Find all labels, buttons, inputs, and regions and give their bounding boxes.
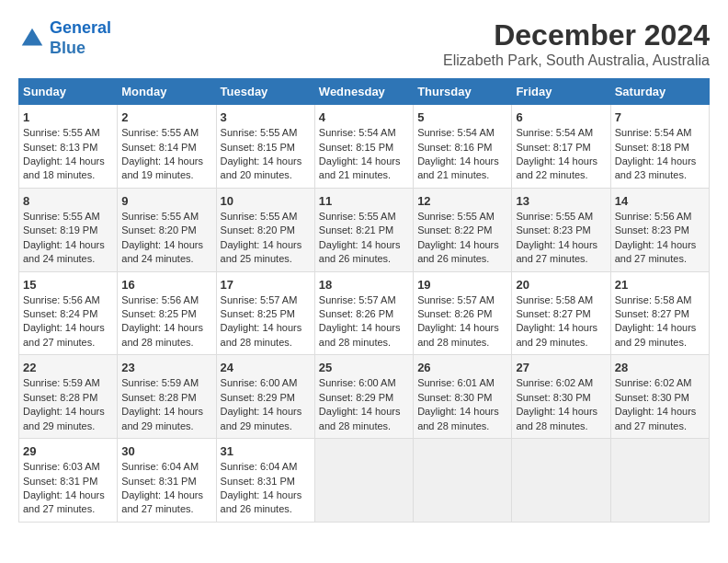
cell-content: Sunrise: 5:54 AM Sunset: 8:15 PM Dayligh… bbox=[319, 126, 409, 183]
calendar-cell: 2Sunrise: 5:55 AM Sunset: 8:14 PM Daylig… bbox=[118, 105, 216, 189]
cell-content: Sunrise: 5:55 AM Sunset: 8:19 PM Dayligh… bbox=[23, 210, 113, 267]
calendar-cell: 9Sunrise: 5:55 AM Sunset: 8:20 PM Daylig… bbox=[118, 188, 216, 271]
day-number: 4 bbox=[319, 109, 409, 126]
cell-content: Sunrise: 5:55 AM Sunset: 8:14 PM Dayligh… bbox=[121, 126, 211, 183]
logo: General Blue bbox=[18, 18, 111, 58]
calendar-cell bbox=[414, 439, 512, 523]
calendar-cell: 22Sunrise: 5:59 AM Sunset: 8:28 PM Dayli… bbox=[19, 355, 118, 439]
day-number: 12 bbox=[417, 193, 507, 210]
day-number: 14 bbox=[615, 193, 705, 210]
logo-text: General Blue bbox=[50, 18, 111, 58]
day-number: 22 bbox=[23, 360, 113, 376]
day-number: 19 bbox=[417, 277, 507, 293]
cell-content: Sunrise: 5:54 AM Sunset: 8:18 PM Dayligh… bbox=[615, 126, 705, 183]
calendar-cell: 10Sunrise: 5:55 AM Sunset: 8:20 PM Dayli… bbox=[216, 188, 314, 271]
day-number: 24 bbox=[221, 360, 311, 376]
calendar-cell bbox=[610, 439, 709, 523]
calendar-cell: 11Sunrise: 5:55 AM Sunset: 8:21 PM Dayli… bbox=[314, 188, 413, 271]
calendar-row: 22Sunrise: 5:59 AM Sunset: 8:28 PM Dayli… bbox=[19, 355, 710, 439]
calendar-cell: 13Sunrise: 5:55 AM Sunset: 8:23 PM Dayli… bbox=[512, 188, 610, 271]
cell-content: Sunrise: 5:55 AM Sunset: 8:22 PM Dayligh… bbox=[417, 210, 507, 267]
col-header-monday: Monday bbox=[118, 79, 216, 105]
calendar-cell: 26Sunrise: 6:01 AM Sunset: 8:30 PM Dayli… bbox=[414, 355, 512, 439]
col-header-saturday: Saturday bbox=[610, 79, 709, 105]
day-number: 20 bbox=[516, 277, 606, 293]
day-number: 11 bbox=[319, 193, 409, 210]
day-number: 17 bbox=[221, 277, 311, 293]
calendar-cell: 15Sunrise: 5:56 AM Sunset: 8:24 PM Dayli… bbox=[19, 271, 118, 355]
day-number: 27 bbox=[516, 360, 606, 376]
calendar-cell: 31Sunrise: 6:04 AM Sunset: 8:31 PM Dayli… bbox=[216, 439, 314, 523]
calendar-cell: 20Sunrise: 5:58 AM Sunset: 8:27 PM Dayli… bbox=[512, 271, 610, 355]
calendar-cell: 18Sunrise: 5:57 AM Sunset: 8:26 PM Dayli… bbox=[314, 271, 413, 355]
day-number: 2 bbox=[121, 109, 211, 126]
cell-content: Sunrise: 5:58 AM Sunset: 8:27 PM Dayligh… bbox=[615, 293, 705, 350]
col-header-sunday: Sunday bbox=[19, 79, 118, 105]
col-header-wednesday: Wednesday bbox=[314, 79, 413, 105]
calendar-cell: 8Sunrise: 5:55 AM Sunset: 8:19 PM Daylig… bbox=[19, 188, 118, 271]
cell-content: Sunrise: 5:55 AM Sunset: 8:23 PM Dayligh… bbox=[516, 210, 606, 267]
day-number: 23 bbox=[121, 360, 211, 376]
calendar-cell: 25Sunrise: 6:00 AM Sunset: 8:29 PM Dayli… bbox=[314, 355, 413, 439]
calendar-cell: 3Sunrise: 5:55 AM Sunset: 8:15 PM Daylig… bbox=[216, 105, 314, 189]
cell-content: Sunrise: 5:55 AM Sunset: 8:15 PM Dayligh… bbox=[221, 126, 311, 183]
cell-content: Sunrise: 6:04 AM Sunset: 8:31 PM Dayligh… bbox=[121, 460, 211, 517]
cell-content: Sunrise: 5:59 AM Sunset: 8:28 PM Dayligh… bbox=[23, 376, 113, 433]
cell-content: Sunrise: 6:02 AM Sunset: 8:30 PM Dayligh… bbox=[615, 376, 705, 433]
day-number: 28 bbox=[615, 360, 705, 376]
calendar-cell: 6Sunrise: 5:54 AM Sunset: 8:17 PM Daylig… bbox=[512, 105, 610, 189]
calendar-cell: 29Sunrise: 6:03 AM Sunset: 8:31 PM Dayli… bbox=[19, 439, 118, 523]
cell-content: Sunrise: 5:55 AM Sunset: 8:20 PM Dayligh… bbox=[221, 210, 311, 267]
calendar-cell: 4Sunrise: 5:54 AM Sunset: 8:15 PM Daylig… bbox=[314, 105, 413, 189]
calendar-cell: 24Sunrise: 6:00 AM Sunset: 8:29 PM Dayli… bbox=[216, 355, 314, 439]
calendar-row: 29Sunrise: 6:03 AM Sunset: 8:31 PM Dayli… bbox=[19, 439, 710, 523]
cell-content: Sunrise: 6:00 AM Sunset: 8:29 PM Dayligh… bbox=[319, 376, 409, 433]
col-header-thursday: Thursday bbox=[414, 79, 512, 105]
day-number: 7 bbox=[615, 109, 705, 126]
logo-line1: General bbox=[50, 18, 111, 37]
day-number: 29 bbox=[23, 443, 113, 460]
day-number: 25 bbox=[319, 360, 409, 376]
logo-icon bbox=[18, 25, 46, 52]
calendar-cell: 14Sunrise: 5:56 AM Sunset: 8:23 PM Dayli… bbox=[610, 188, 709, 271]
calendar-table: SundayMondayTuesdayWednesdayThursdayFrid… bbox=[18, 78, 710, 523]
col-header-tuesday: Tuesday bbox=[216, 79, 314, 105]
day-number: 8 bbox=[23, 193, 113, 210]
cell-content: Sunrise: 5:57 AM Sunset: 8:26 PM Dayligh… bbox=[417, 293, 507, 350]
day-number: 9 bbox=[121, 193, 211, 210]
cell-content: Sunrise: 5:55 AM Sunset: 8:13 PM Dayligh… bbox=[23, 126, 113, 183]
cell-content: Sunrise: 6:04 AM Sunset: 8:31 PM Dayligh… bbox=[221, 460, 311, 517]
calendar-cell: 23Sunrise: 5:59 AM Sunset: 8:28 PM Dayli… bbox=[118, 355, 216, 439]
col-header-friday: Friday bbox=[512, 79, 610, 105]
cell-content: Sunrise: 5:58 AM Sunset: 8:27 PM Dayligh… bbox=[516, 293, 606, 350]
calendar-cell: 21Sunrise: 5:58 AM Sunset: 8:27 PM Dayli… bbox=[610, 271, 709, 355]
cell-content: Sunrise: 6:00 AM Sunset: 8:29 PM Dayligh… bbox=[221, 376, 311, 433]
calendar-cell: 5Sunrise: 5:54 AM Sunset: 8:16 PM Daylig… bbox=[414, 105, 512, 189]
day-number: 18 bbox=[319, 277, 409, 293]
day-number: 16 bbox=[121, 277, 211, 293]
calendar-row: 8Sunrise: 5:55 AM Sunset: 8:19 PM Daylig… bbox=[19, 188, 710, 271]
calendar-cell: 12Sunrise: 5:55 AM Sunset: 8:22 PM Dayli… bbox=[414, 188, 512, 271]
cell-content: Sunrise: 5:57 AM Sunset: 8:26 PM Dayligh… bbox=[319, 293, 409, 350]
day-number: 21 bbox=[615, 277, 705, 293]
svg-marker-0 bbox=[22, 28, 43, 45]
cell-content: Sunrise: 5:59 AM Sunset: 8:28 PM Dayligh… bbox=[121, 376, 211, 433]
cell-content: Sunrise: 5:55 AM Sunset: 8:20 PM Dayligh… bbox=[121, 210, 211, 267]
calendar-cell: 27Sunrise: 6:02 AM Sunset: 8:30 PM Dayli… bbox=[512, 355, 610, 439]
cell-content: Sunrise: 5:56 AM Sunset: 8:25 PM Dayligh… bbox=[121, 293, 211, 350]
cell-content: Sunrise: 5:54 AM Sunset: 8:17 PM Dayligh… bbox=[516, 126, 606, 183]
calendar-cell bbox=[314, 439, 413, 523]
cell-content: Sunrise: 6:01 AM Sunset: 8:30 PM Dayligh… bbox=[417, 376, 507, 433]
day-number: 13 bbox=[516, 193, 606, 210]
cell-content: Sunrise: 5:57 AM Sunset: 8:25 PM Dayligh… bbox=[221, 293, 311, 350]
cell-content: Sunrise: 5:55 AM Sunset: 8:21 PM Dayligh… bbox=[319, 210, 409, 267]
calendar-cell: 16Sunrise: 5:56 AM Sunset: 8:25 PM Dayli… bbox=[118, 271, 216, 355]
cell-content: Sunrise: 6:03 AM Sunset: 8:31 PM Dayligh… bbox=[23, 460, 113, 517]
calendar-cell: 17Sunrise: 5:57 AM Sunset: 8:25 PM Dayli… bbox=[216, 271, 314, 355]
calendar-cell: 1Sunrise: 5:55 AM Sunset: 8:13 PM Daylig… bbox=[19, 105, 118, 189]
cell-content: Sunrise: 5:56 AM Sunset: 8:23 PM Dayligh… bbox=[615, 210, 705, 267]
calendar-row: 15Sunrise: 5:56 AM Sunset: 8:24 PM Dayli… bbox=[19, 271, 710, 355]
calendar-cell: 28Sunrise: 6:02 AM Sunset: 8:30 PM Dayli… bbox=[610, 355, 709, 439]
calendar-cell: 19Sunrise: 5:57 AM Sunset: 8:26 PM Dayli… bbox=[414, 271, 512, 355]
day-number: 31 bbox=[221, 443, 311, 460]
